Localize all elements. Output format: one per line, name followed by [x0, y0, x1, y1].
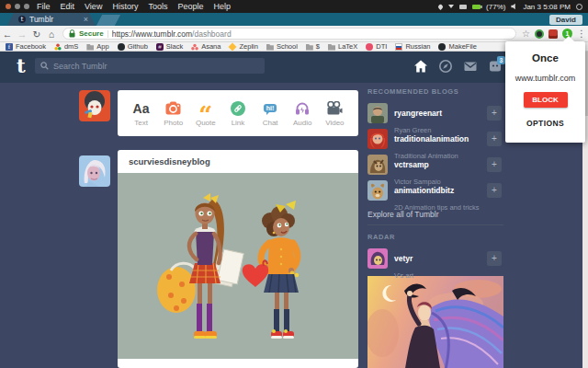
search-input[interactable] [53, 62, 237, 71]
blog-row-vetyr[interactable]: vetyrV's art + [368, 248, 503, 274]
volume-icon[interactable] [511, 4, 517, 10]
blog-row-ryangreenart[interactable]: ryangreenartRyan Green + [368, 103, 503, 129]
right-sidebar: RECOMMENDED BLOGS ryangreenartRyan Green… [368, 87, 503, 368]
system-tray: (77%) Jan 3 5:08 PM [438, 3, 588, 11]
menu-history[interactable]: History [112, 2, 138, 11]
blog-name[interactable]: vctrsamp [394, 160, 429, 169]
explore-compass-icon[interactable] [438, 59, 453, 74]
bookmark-github[interactable]: Github [118, 42, 148, 51]
bookmark-star-icon[interactable]: ☆ [522, 29, 530, 39]
url-domain: https://www.tumblr.com [112, 29, 192, 39]
keyboard-icon[interactable] [459, 5, 467, 9]
menu-help[interactable]: Help [213, 2, 231, 11]
omnibox-divider [107, 30, 108, 38]
bookmark-dms[interactable]: dmS [54, 42, 78, 51]
post-type-audio[interactable]: Audio [288, 100, 317, 127]
blog-name[interactable]: ryangreenart [394, 109, 442, 118]
bookmark-zeplin[interactable]: Zeplin [229, 42, 257, 51]
clock[interactable]: Jan 3 5:08 PM [523, 3, 571, 11]
post-type-chat[interactable]: hi! Chat [255, 100, 285, 127]
post-header: scurviesdisneyblog [118, 150, 358, 173]
folder-icon [86, 43, 94, 51]
menu-tools[interactable]: Tools [148, 2, 167, 11]
post-type-link[interactable]: Link [223, 100, 253, 127]
session-gear-icon[interactable] [576, 4, 582, 10]
blog-avatar [368, 103, 388, 123]
post-card: scurviesdisneyblog [118, 150, 358, 368]
post-image-two-girls[interactable] [118, 173, 358, 359]
blog-name[interactable]: traditionalanimation [394, 134, 469, 144]
tab-tumblr[interactable]: t Tumblr × [7, 13, 96, 26]
dashboard-home-icon[interactable] [413, 59, 428, 74]
battery-icon[interactable] [472, 5, 481, 9]
refresh-button[interactable]: ↻ [29, 29, 44, 40]
window-close-button[interactable] [6, 4, 11, 9]
menu-people[interactable]: People [177, 2, 203, 11]
bookmark-dti[interactable]: DTI [366, 42, 387, 51]
location-icon[interactable] [437, 3, 444, 9]
bookmark-russian[interactable]: Russian [395, 42, 430, 51]
blog-row-traditionalanimation[interactable]: traditionalanimationTraditional Animatio… [368, 129, 503, 155]
new-tab-button[interactable] [96, 15, 120, 26]
browser-home-button[interactable]: ⌂ [44, 29, 59, 40]
extension-red-icon[interactable] [548, 29, 558, 39]
address-bar[interactable]: Secure https://www.tumblr.com/dashboard [62, 28, 516, 40]
follow-button[interactable]: + [487, 106, 502, 121]
blog-name[interactable]: vetyr [394, 254, 413, 263]
bookmark-facebook[interactable]: fFacebook [6, 42, 46, 51]
bookmark-asana[interactable]: Asana [191, 42, 220, 51]
bookmark-latex-folder[interactable]: LaTeX [328, 42, 357, 51]
recommended-blogs-title: RECOMMENDED BLOGS [368, 87, 503, 96]
bookmark-app-folder[interactable]: App [86, 42, 108, 51]
back-button[interactable]: ← [0, 29, 15, 40]
menu-edit[interactable]: Edit [61, 2, 75, 11]
tumblr-search[interactable] [35, 58, 265, 74]
blog-row-animationtidbitz[interactable]: animationtidbitz2D Animation tips and tr… [368, 180, 503, 206]
post-type-video[interactable]: Video [320, 100, 349, 127]
post-type-quote[interactable]: “ Quote [191, 100, 220, 127]
extension-green-ring-icon[interactable] [535, 29, 544, 39]
bookmark-slack[interactable]: #Slack [156, 42, 183, 51]
menu-view[interactable]: View [85, 2, 102, 11]
options-button[interactable]: OPTIONS [505, 119, 585, 128]
window-minimize-button[interactable] [15, 4, 20, 9]
bookmark-makefile[interactable]: MakeFile [438, 42, 476, 51]
user-avatar-art [79, 90, 110, 121]
system-menu-bar: File Edit View History Tools People Help… [0, 0, 588, 13]
search-icon [40, 62, 49, 70]
network-icon[interactable] [448, 5, 454, 8]
follow-button[interactable]: + [487, 183, 502, 198]
bookmark-school-folder[interactable]: School [266, 42, 298, 51]
github-icon [118, 43, 125, 51]
compose-bar: Aa Text Photo “ Quote Link hi! Chat Audi… [118, 90, 358, 136]
radar-artwork[interactable] [368, 276, 503, 368]
blog-avatar [368, 180, 388, 201]
post-author-avatar-art [79, 155, 110, 187]
browser-profile-name[interactable]: David [549, 15, 582, 25]
follow-button[interactable]: + [487, 251, 502, 266]
post-author-avatar[interactable] [79, 155, 110, 187]
menu-file[interactable]: File [37, 2, 51, 11]
russian-flag-icon [395, 43, 402, 51]
browser-menu-icon[interactable]: ⋮ [577, 29, 586, 39]
user-avatar[interactable] [79, 90, 110, 121]
follow-button[interactable]: + [487, 157, 502, 172]
tumblr-logo[interactable]: t [17, 54, 26, 77]
post-type-photo[interactable]: Photo [159, 100, 188, 127]
bookmark-money-folder[interactable]: $ [306, 42, 320, 51]
tab-close-icon[interactable]: × [84, 16, 88, 24]
tumblr-favicon: t [18, 16, 26, 23]
blog-desc: 2D Animation tips and tricks [394, 203, 480, 212]
post-type-text[interactable]: Aa Text [127, 100, 156, 127]
blog-name[interactable]: animationtidbitz [394, 186, 454, 195]
block-button[interactable]: BLOCK [524, 92, 568, 108]
window-maximize-button[interactable] [24, 4, 29, 9]
blog-row-vctrsamp[interactable]: vctrsampVictor Sampaio + [368, 155, 503, 180]
follow-button[interactable]: + [487, 132, 502, 146]
window-controls[interactable] [6, 4, 29, 9]
forward-button[interactable]: → [15, 29, 29, 40]
asana-icon [191, 43, 198, 51]
messages-envelope-icon[interactable] [463, 59, 478, 74]
post-blog-name[interactable]: scurviesdisneyblog [129, 156, 210, 167]
tab-title: Tumblr [29, 15, 53, 24]
